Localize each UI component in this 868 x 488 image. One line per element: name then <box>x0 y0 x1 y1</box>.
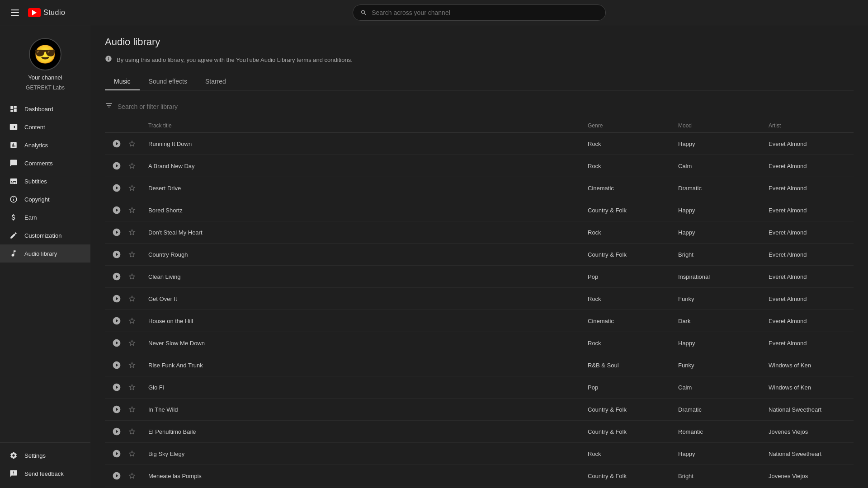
play-button[interactable] <box>110 403 123 416</box>
track-title: Clean Living <box>143 266 582 288</box>
play-button[interactable] <box>110 137 123 150</box>
comments-icon <box>9 159 18 168</box>
star-button[interactable] <box>127 249 137 260</box>
track-mood: Happy <box>673 133 763 155</box>
main-content: Audio library By using this audio librar… <box>90 25 868 488</box>
track-artist: Jovenes Viejos <box>763 465 854 487</box>
track-controls-cell <box>105 310 143 332</box>
play-button[interactable] <box>110 381 123 394</box>
track-genre: Cinematic <box>582 177 673 199</box>
sidebar-item-earn[interactable]: Earn <box>0 208 90 226</box>
play-button[interactable] <box>110 292 123 305</box>
tab-starred[interactable]: Starred <box>196 73 235 90</box>
filter-icon <box>105 101 113 112</box>
analytics-icon <box>9 141 18 150</box>
sidebar-item-subtitles[interactable]: Subtitles <box>0 172 90 190</box>
track-title: Rise Funk And Trunk <box>143 354 582 376</box>
star-button[interactable] <box>127 315 137 326</box>
play-button[interactable] <box>110 447 123 460</box>
track-title: Country Rough <box>143 244 582 266</box>
track-genre: Cinematic <box>582 310 673 332</box>
sidebar-item-label: Analytics <box>24 142 48 149</box>
table-row: Rise Funk And Trunk R&B & Soul Funky Win… <box>105 354 854 376</box>
topbar-left: Studio <box>7 6 98 19</box>
track-genre: Rock <box>582 288 673 310</box>
track-artist: Everet Almond <box>763 199 854 221</box>
play-button[interactable] <box>110 182 123 194</box>
track-controls-cell <box>105 199 143 221</box>
play-button[interactable] <box>110 204 123 216</box>
track-genre: Pop <box>582 376 673 399</box>
star-button[interactable] <box>127 426 137 437</box>
track-genre: Country & Folk <box>582 421 673 443</box>
track-genre: Rock <box>582 221 673 244</box>
star-button[interactable] <box>127 338 137 348</box>
avatar-image: 😎 <box>34 45 57 63</box>
search-input[interactable] <box>372 9 598 16</box>
filter-bar <box>105 98 854 115</box>
track-artist: Everet Almond <box>763 310 854 332</box>
sidebar-item-audio-library[interactable]: Audio library <box>0 244 90 263</box>
sidebar-item-send-feedback[interactable]: Send feedback <box>0 465 90 483</box>
track-title: Meneate las Pompis <box>143 465 582 487</box>
star-button[interactable] <box>127 227 137 238</box>
star-button[interactable] <box>127 293 137 304</box>
play-button[interactable] <box>110 248 123 261</box>
sidebar-item-comments[interactable]: Comments <box>0 154 90 172</box>
col-header-track: Track title <box>143 119 582 133</box>
track-mood: Happy <box>673 199 763 221</box>
sidebar-item-label: Customization <box>24 232 61 239</box>
sidebar-item-label: Copyright <box>24 196 50 203</box>
track-title: Glo Fi <box>143 376 582 399</box>
play-button[interactable] <box>110 314 123 327</box>
play-button[interactable] <box>110 270 123 283</box>
search-icon <box>360 9 367 16</box>
play-button[interactable] <box>110 337 123 349</box>
track-genre: Country & Folk <box>582 399 673 421</box>
track-title: Never Slow Me Down <box>143 332 582 354</box>
sidebar-item-dashboard[interactable]: Dashboard <box>0 100 90 118</box>
track-artist: Everet Almond <box>763 266 854 288</box>
star-button[interactable] <box>127 404 137 415</box>
sidebar-item-analytics[interactable]: Analytics <box>0 136 90 154</box>
play-button[interactable] <box>110 160 123 172</box>
track-genre: Country & Folk <box>582 199 673 221</box>
track-mood: Happy <box>673 443 763 465</box>
feedback-icon <box>9 469 18 478</box>
star-button[interactable] <box>127 448 137 459</box>
sidebar-item-label: Comments <box>24 160 53 167</box>
play-button[interactable] <box>110 469 123 482</box>
star-button[interactable] <box>127 138 137 149</box>
svg-rect-1 <box>11 12 19 13</box>
sidebar-item-content[interactable]: Content <box>0 118 90 136</box>
track-table: Track title Genre Mood Artist Running It… <box>105 119 854 488</box>
tab-music[interactable]: Music <box>105 73 140 90</box>
play-button[interactable] <box>110 226 123 239</box>
play-button[interactable] <box>110 425 123 438</box>
sidebar-item-copyright[interactable]: Copyright <box>0 190 90 208</box>
track-title: In The Wild <box>143 399 582 421</box>
track-mood: Happy <box>673 332 763 354</box>
play-button[interactable] <box>110 359 123 371</box>
star-button[interactable] <box>127 160 137 171</box>
sidebar-item-settings[interactable]: Settings <box>0 446 90 465</box>
star-button[interactable] <box>127 382 137 393</box>
star-button[interactable] <box>127 360 137 371</box>
tab-sound-effects[interactable]: Sound effects <box>140 73 196 90</box>
star-button[interactable] <box>127 183 137 193</box>
track-artist: Windows of Ken <box>763 376 854 399</box>
svg-rect-2 <box>11 15 19 16</box>
channel-info: 😎 Your channel GETREKT Labs <box>0 31 90 100</box>
topbar: Studio <box>0 0 868 25</box>
track-controls-cell <box>105 266 143 288</box>
sidebar-item-customization[interactable]: Customization <box>0 226 90 244</box>
col-header-controls <box>105 119 143 133</box>
col-header-artist: Artist <box>763 119 854 133</box>
table-row: Bored Shortz Country & Folk Happy Everet… <box>105 199 854 221</box>
filter-input[interactable] <box>118 103 253 110</box>
menu-button[interactable] <box>7 6 23 19</box>
star-button[interactable] <box>127 205 137 216</box>
star-button[interactable] <box>127 271 137 282</box>
star-button[interactable] <box>127 470 137 481</box>
info-banner: By using this audio library, you agree w… <box>105 55 854 64</box>
